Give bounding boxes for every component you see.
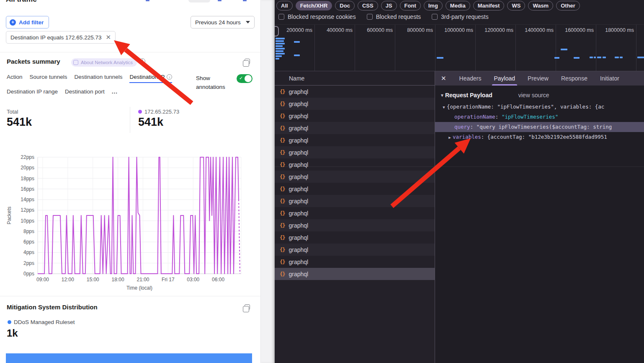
- json-braces-icon: {}: [280, 101, 285, 107]
- detail-tabbar: ✕ HeadersPayloadPreviewResponseInitiator: [435, 71, 644, 86]
- network-request-row[interactable]: {}graphql: [275, 122, 435, 134]
- close-icon[interactable]: ✕: [441, 75, 446, 82]
- time-range-dropdown[interactable]: Previous 24 hours: [191, 16, 255, 29]
- svg-text:12:00: 12:00: [62, 277, 74, 283]
- request-name: graphql: [289, 259, 308, 265]
- show-annotations-toggle[interactable]: ✓: [237, 74, 252, 83]
- filter-pill-ws[interactable]: WS: [507, 1, 525, 10]
- add-filter-button[interactable]: + Add filter: [6, 16, 49, 29]
- svg-text:Time (local): Time (local): [126, 285, 152, 291]
- tab-action[interactable]: Action: [7, 74, 23, 83]
- detail-tab-initiator[interactable]: Initiator: [594, 71, 626, 86]
- json-braces-icon: {}: [280, 235, 285, 241]
- network-request-row[interactable]: {}graphql: [275, 183, 435, 195]
- book-icon: [73, 60, 78, 65]
- payload-line[interactable]: ▼{operationName: "ipFlowTimeseries", var…: [435, 102, 644, 112]
- expand-panel-icon[interactable]: [245, 59, 250, 64]
- filter-pill-manifest[interactable]: Manifest: [473, 1, 505, 10]
- detail-tab-payload[interactable]: Payload: [488, 71, 522, 86]
- network-request-row[interactable]: {}graphql: [275, 110, 435, 122]
- payload-line[interactable]: operationName: "ipFlowTimeseries": [435, 112, 644, 122]
- request-timing-mark: [603, 57, 606, 58]
- network-request-row[interactable]: {}graphql: [275, 207, 435, 219]
- request-list: Name {}graphql{}graphql{}graphql{}graphq…: [275, 71, 435, 363]
- time-range-value: Previous 24 hours: [195, 19, 241, 26]
- json-braces-icon: {}: [280, 198, 285, 204]
- filter-pill-doc[interactable]: Doc: [335, 1, 355, 10]
- view-source-link[interactable]: view source: [518, 92, 549, 99]
- checkbox-blocked-response-cookies[interactable]: Blocked response cookies: [278, 13, 356, 20]
- tab-destination-port[interactable]: Destination port: [65, 88, 105, 98]
- filter-pill-css[interactable]: CSS: [358, 1, 378, 10]
- json-braces-icon: {}: [280, 125, 285, 131]
- network-request-row[interactable]: {}graphql: [275, 146, 435, 158]
- request-name: graphql: [289, 101, 308, 107]
- detail-tab-headers[interactable]: Headers: [453, 71, 488, 86]
- request-timing-mark: [590, 57, 593, 58]
- tab-destination-ip-range[interactable]: Destination IP range: [7, 88, 58, 98]
- svg-text:6pps: 6pps: [23, 239, 34, 245]
- timeline-column: 800000 ms: [395, 25, 435, 71]
- divider: [0, 52, 261, 52]
- collapsed-arrow-icon[interactable]: ▶: [447, 132, 453, 142]
- filter-pill-other[interactable]: Other: [556, 1, 580, 10]
- network-request-row[interactable]: {}graphql: [275, 268, 435, 280]
- filter-pill-img[interactable]: Img: [424, 1, 443, 10]
- network-request-row[interactable]: {}graphql: [275, 219, 435, 231]
- tab-destination-tunnels[interactable]: Destination tunnels: [75, 74, 123, 83]
- detail-tab-response[interactable]: Response: [555, 71, 594, 86]
- packets-timeseries-chart: 0pps2pps4pps6pps8pps10pps12pps14pps16pps…: [3, 153, 258, 293]
- json-braces-icon: {}: [280, 259, 285, 265]
- request-payload-title: Request Payload: [445, 92, 492, 99]
- show-annotations-label: Show annotations: [196, 74, 234, 91]
- filter-pill-fetch-xhr[interactable]: Fetch/XHR: [296, 1, 332, 10]
- more-tabs-button[interactable]: ...: [112, 88, 118, 98]
- timeline-column: 1400000 ms: [516, 25, 556, 71]
- request-timing-mark: [276, 58, 279, 60]
- detail-tab-preview[interactable]: Preview: [521, 71, 555, 86]
- toggle-knob: [245, 75, 252, 82]
- filter-pill-media[interactable]: Media: [446, 1, 470, 10]
- request-name: graphql: [289, 149, 308, 156]
- expand-panel-icon[interactable]: [245, 304, 250, 310]
- request-name: graphql: [289, 137, 308, 144]
- network-request-row[interactable]: {}graphql: [275, 244, 435, 256]
- network-request-row[interactable]: {}graphql: [275, 134, 435, 146]
- payload-line[interactable]: query: "query ipFlowTimeseries($accountT…: [435, 122, 644, 132]
- tab-source-tunnels[interactable]: Source tunnels: [30, 74, 67, 83]
- svg-text:16pps: 16pps: [21, 186, 34, 192]
- network-request-row[interactable]: {}graphql: [275, 86, 435, 98]
- network-request-row[interactable]: {}graphql: [275, 256, 435, 268]
- filter-pill-font[interactable]: Font: [400, 1, 421, 10]
- filter-pill-all[interactable]: All: [276, 1, 293, 10]
- expanded-arrow-icon[interactable]: ▼: [441, 102, 447, 112]
- request-name: graphql: [289, 125, 308, 132]
- network-timeline-overview[interactable]: 200000 ms400000 ms600000 ms800000 ms1000…: [275, 24, 644, 71]
- request-name: graphql: [289, 210, 308, 217]
- network-request-row[interactable]: {}graphql: [275, 98, 435, 110]
- timeline-column: 1600000 ms: [556, 25, 596, 71]
- filter-pill-js[interactable]: JS: [381, 1, 397, 10]
- about-network-analytics-badge[interactable]: About Network Analytics: [71, 58, 137, 67]
- collapse-arrow-icon[interactable]: ▼: [440, 93, 444, 98]
- request-timing-mark: [276, 48, 285, 49]
- network-request-row[interactable]: {}graphql: [275, 158, 435, 171]
- svg-text:Packets: Packets: [6, 207, 12, 225]
- tab-destination-ip[interactable]: Destination IPi: [129, 74, 172, 83]
- payload-line[interactable]: ▶variables: {accountTag: "b12e3b2192ee55…: [435, 132, 644, 142]
- svg-text:21:00: 21:00: [137, 277, 149, 283]
- checkbox-3rd-party-requests[interactable]: 3rd-party requests: [432, 13, 489, 20]
- plus-icon: +: [10, 19, 16, 26]
- filter-chip[interactable]: Destination IP equals 172.65.225.73 ✕: [6, 31, 116, 44]
- network-request-row[interactable]: {}graphql: [275, 171, 435, 183]
- network-request-row[interactable]: {}graphql: [275, 195, 435, 207]
- timeline-column: 600000 ms: [355, 25, 395, 71]
- checkbox-icon: [432, 14, 438, 20]
- name-column-header[interactable]: Name: [275, 71, 435, 86]
- checkbox-blocked-requests[interactable]: Blocked requests: [367, 13, 421, 20]
- request-timing-mark: [615, 57, 619, 58]
- frame-artifact-line: [275, 166, 644, 167]
- remove-filter-icon[interactable]: ✕: [106, 34, 111, 41]
- network-request-row[interactable]: {}graphql: [275, 231, 435, 244]
- filter-pill-wasm[interactable]: Wasm: [528, 1, 553, 10]
